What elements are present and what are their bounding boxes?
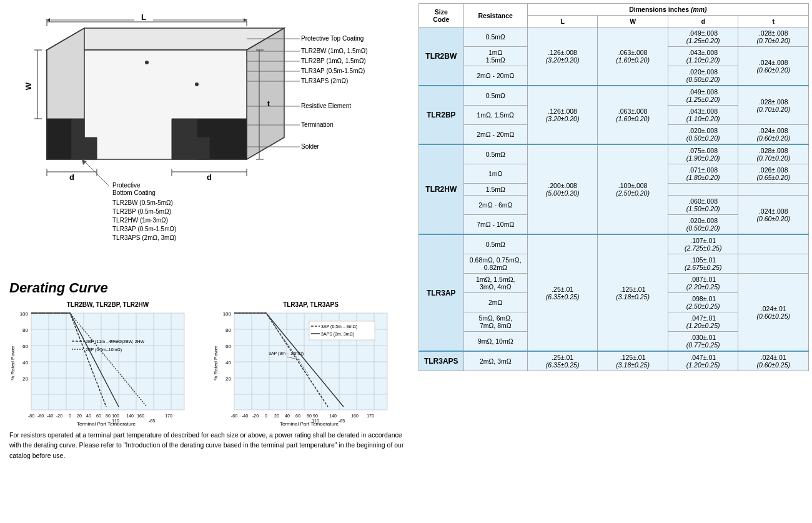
W-cell-tlr2bw: .063±.008(1.60±0.20) — [598, 27, 668, 86]
svg-text:80: 80 — [225, 327, 231, 333]
resistance-cell: 1mΩ1.5mΩ — [463, 47, 527, 66]
svg-text:140: 140 — [329, 414, 337, 418]
svg-text:2BW, 2HW: 2BW, 2HW — [123, 339, 145, 344]
chart1-title: TLR2BW, TLR2BP, TLR2HW — [9, 301, 206, 308]
chart1-container: TLR2BW, TLR2BP, TLR2HW — [9, 301, 206, 422]
svg-text:40: 40 — [225, 360, 231, 366]
svg-text:3AP (0.5m – 8mΩ): 3AP (0.5m – 8mΩ) — [321, 324, 357, 329]
size-code-tlr2bp: TLR2BP — [419, 86, 464, 144]
d-cell: .071±.008(1.80±0.20) — [668, 164, 738, 184]
chart2-container: TLR3AP, TLR3APS — [212, 301, 409, 422]
derating-title: Derating Curve — [9, 280, 409, 296]
col-header-size-code: SizeCode — [419, 4, 464, 27]
svg-marker-4 — [47, 119, 72, 159]
svg-text:0: 0 — [265, 414, 267, 418]
svg-text:W: W — [24, 82, 33, 90]
chart2-wrapper: 100 80 60 40 20 -60 -40 -20 0 20 40 — [212, 310, 409, 422]
svg-text:2BP (0.5m–10mΩ): 2BP (0.5m–10mΩ) — [86, 347, 122, 352]
d-cell: .087±.01(2.20±0.25) — [668, 274, 738, 293]
svg-text:170: 170 — [367, 414, 374, 418]
t-cell: .028±.008(0.70±0.20) — [738, 27, 809, 47]
svg-text:TLR3APS (2mΩ, 3mΩ): TLR3APS (2mΩ, 3mΩ) — [112, 234, 176, 241]
t-cell: .024±.01(0.60±0.25) — [738, 274, 809, 352]
t-cell — [738, 184, 809, 196]
svg-text:160: 160 — [351, 414, 359, 418]
left-panel: L W t d — [0, 0, 418, 523]
resistance-cell: 1mΩ, 1.5mΩ — [463, 106, 527, 125]
svg-text:Terminal Part Temperature: Terminal Part Temperature — [77, 421, 136, 426]
svg-rect-59 — [31, 313, 184, 410]
svg-text:TLR2BP (1mΩ, 1.5mΩ): TLR2BP (1mΩ, 1.5mΩ) — [301, 57, 366, 64]
resistance-cell: 1mΩ — [463, 164, 527, 184]
derating-section: Derating Curve TLR2BW, TLR2BP, TLR2HW — [9, 280, 409, 461]
svg-text:-80: -80 — [28, 414, 34, 418]
svg-text:d: d — [69, 172, 74, 182]
table-row: TLR2BP 0.5mΩ .126±.008(3.20±0.20) .063±.… — [419, 86, 809, 106]
table-row: TLR3AP 0.5mΩ .25±.01(6.35±0.25) .125±.01… — [419, 234, 809, 254]
svg-text:100: 100 — [223, 311, 232, 317]
table-row: TLR2BW 0.5mΩ .126±.008(3.20±0.20) .063±.… — [419, 27, 809, 47]
t-cell: .024±.008(0.60±0.20) — [738, 125, 809, 145]
W-cell-tlr2hw: .100±.008(2.50±0.20) — [598, 144, 668, 234]
resistance-cell: 2mΩ, 3mΩ — [463, 351, 527, 371]
resistance-cell: 7mΩ - 10mΩ — [463, 215, 527, 235]
svg-text:0: 0 — [69, 414, 71, 418]
svg-text:Termination: Termination — [301, 121, 334, 128]
d-cell — [668, 184, 738, 196]
W-cell-tlr3ap: .125±.01(3.18±0.25) — [598, 234, 668, 351]
table-row: TLR3APS 2mΩ, 3mΩ .25±.01(6.35±0.25) .125… — [419, 351, 809, 371]
svg-text:160: 160 — [137, 414, 144, 418]
d-cell: .107±.01(2.725±0.25) — [668, 234, 738, 254]
W-cell-tlr2bp: .063±.008(1.60±0.20) — [598, 86, 668, 144]
chart1-wrapper: 100 80 60 40 20 -80 -60 -40 -20 0 20 — [9, 310, 206, 422]
svg-text:-60: -60 — [231, 414, 237, 418]
svg-text:80: 80 — [307, 414, 312, 418]
resistance-cell: 2mΩ - 20mΩ — [463, 66, 527, 86]
svg-text:-40: -40 — [47, 414, 53, 418]
t-cell: .026±.008(0.65±0.20) — [738, 164, 809, 184]
col-header-W: W — [598, 16, 668, 27]
svg-text:% Rated Power: % Rated Power — [213, 346, 219, 381]
svg-text:TLR3AP (0.5m-1.5mΩ): TLR3AP (0.5m-1.5mΩ) — [301, 67, 365, 74]
resistance-cell: 9mΩ, 10mΩ — [463, 332, 527, 352]
svg-text:L: L — [141, 12, 146, 22]
L-cell-tlr2hw: .200±.008(5.00±0.20) — [527, 144, 598, 234]
svg-marker-1 — [247, 28, 284, 159]
d-cell: .030±.01(0.77±0.25) — [668, 332, 738, 352]
svg-text:TLR2BP (0.5m-5mΩ): TLR2BP (0.5m-5mΩ) — [112, 208, 171, 215]
d-cell: .043±.008(1.10±0.20) — [668, 47, 738, 66]
svg-text:% Rated Power: % Rated Power — [10, 346, 16, 381]
svg-text:20: 20 — [274, 414, 279, 418]
resistance-cell: 2mΩ — [463, 293, 527, 312]
svg-text:-65: -65 — [339, 419, 345, 423]
L-cell-tlr2bp: .126±.008(3.20±0.20) — [527, 86, 598, 144]
size-code-tlr2bw: TLR2BW — [419, 27, 464, 86]
resistance-cell: 0.5mΩ — [463, 234, 527, 254]
t-cell: .028±.008(0.70±0.20) — [738, 86, 809, 125]
svg-text:100: 100 — [20, 311, 29, 317]
svg-text:Bottom Coating: Bottom Coating — [112, 189, 156, 196]
resistance-cell: 2mΩ - 20mΩ — [463, 125, 527, 145]
svg-text:60: 60 — [22, 344, 28, 349]
svg-text:20: 20 — [225, 376, 231, 382]
svg-marker-13 — [244, 18, 247, 22]
svg-text:-65: -65 — [149, 419, 155, 423]
svg-text:60: 60 — [295, 414, 300, 418]
d-cell: .105±.01(2.675±0.25) — [668, 254, 738, 274]
t-cell — [738, 254, 809, 274]
d-cell: .060±.008(1.50±0.20) — [668, 196, 738, 215]
svg-text:Terminal Part Temperature: Terminal Part Temperature — [280, 421, 339, 426]
svg-text:40: 40 — [22, 360, 28, 366]
t-cell: .024±.008(0.60±0.20) — [738, 47, 809, 86]
resistance-cell: 0.5mΩ — [463, 144, 527, 164]
svg-text:Resistive Element: Resistive Element — [301, 102, 351, 109]
svg-marker-58 — [82, 159, 87, 165]
resistance-cell: 0.5mΩ — [463, 27, 527, 47]
col-header-resistance: Resistance — [463, 4, 527, 27]
svg-text:20: 20 — [77, 414, 82, 418]
d-cell: .049±.008(1.25±0.20) — [668, 27, 738, 47]
svg-text:Protective Top Coating: Protective Top Coating — [301, 35, 364, 42]
svg-text:-60: -60 — [37, 414, 44, 418]
svg-text:t: t — [267, 99, 270, 108]
t-cell-tlr3aps: .024±.01(0.60±0.25) — [738, 351, 809, 371]
